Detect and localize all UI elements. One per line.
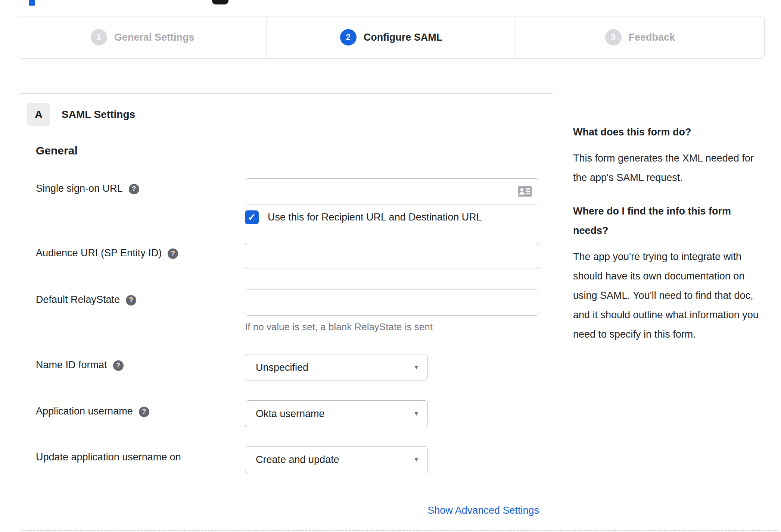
app-username-label: Application username ? — [36, 406, 149, 417]
recipient-url-checkbox-row: ✓ Use this for Recipient URL and Destina… — [245, 210, 482, 224]
select-value: Unspecified — [256, 362, 308, 373]
saml-settings-panel: A SAML Settings General Single sign-on U… — [18, 93, 553, 532]
relay-state-input-wrap — [245, 290, 539, 316]
step-configure-saml[interactable]: 2 Configure SAML — [267, 16, 515, 58]
panel-title: SAML Settings — [62, 103, 135, 126]
help-icon[interactable]: ? — [139, 407, 149, 417]
chevron-down-icon: ▼ — [413, 456, 419, 463]
name-id-format-select[interactable]: Unspecified ▼ — [245, 354, 428, 381]
field-label-text: Audience URI (SP Entity ID) — [36, 247, 162, 259]
wizard-stepper: 1 General Settings 2 Configure SAML 3 Fe… — [18, 16, 765, 59]
section-a-badge: A — [27, 103, 50, 126]
help-icon[interactable]: ? — [129, 184, 139, 194]
select-value: Okta username — [256, 408, 325, 420]
field-label-text: Application username — [36, 406, 133, 417]
step-number-badge: 1 — [91, 29, 107, 46]
general-section-heading: General — [36, 144, 78, 157]
step-number-badge: 3 — [605, 29, 622, 46]
recipient-url-checkbox-label: Use this for Recipient URL and Destinati… — [268, 212, 482, 223]
field-label-text: Single sign-on URL — [36, 183, 123, 194]
sidebar-body-what: This form generates the XML needed for t… — [573, 148, 766, 187]
field-label-text: Name ID format — [36, 359, 107, 371]
contact-card-icon[interactable] — [517, 185, 532, 199]
field-label-text: Default RelayState — [36, 294, 120, 306]
chevron-down-icon: ▼ — [413, 410, 419, 417]
audience-uri-label: Audience URI (SP Entity ID) ? — [36, 247, 178, 259]
select-value: Create and update — [256, 454, 339, 466]
field-label-text: Update application username on — [36, 451, 181, 463]
update-username-select[interactable]: Create and update ▼ — [245, 446, 428, 473]
recipient-url-checkbox[interactable]: ✓ — [245, 210, 259, 224]
show-advanced-settings-link[interactable]: Show Advanced Settings — [245, 505, 539, 516]
update-username-label: Update application username on — [36, 451, 181, 463]
sidebar-body-where: The app you're trying to integrate with … — [573, 247, 766, 344]
name-id-format-label: Name ID format ? — [36, 359, 124, 371]
chevron-down-icon: ▼ — [413, 364, 419, 371]
step-number-badge: 2 — [340, 29, 357, 46]
step-label: General Settings — [114, 32, 195, 43]
sso-url-input-wrap — [245, 178, 539, 204]
step-label: Configure SAML — [364, 32, 442, 43]
cutoff-blue-fragment — [29, 0, 35, 6]
step-label: Feedback — [629, 32, 675, 43]
section-dashed-divider — [23, 530, 777, 531]
sso-url-input[interactable] — [245, 178, 539, 204]
sidebar-heading-what: What does this form do? — [573, 122, 766, 142]
help-icon[interactable]: ? — [168, 248, 178, 259]
step-feedback[interactable]: 3 Feedback — [516, 16, 764, 58]
sso-url-label: Single sign-on URL ? — [36, 183, 139, 194]
audience-uri-input[interactable] — [245, 243, 539, 269]
audience-uri-input-wrap — [245, 243, 539, 269]
help-sidebar: What does this form do? This form genera… — [573, 122, 766, 358]
cutoff-black-fragment — [212, 0, 228, 4]
step-general-settings[interactable]: 1 General Settings — [18, 16, 267, 58]
relay-state-label: Default RelayState ? — [36, 294, 136, 306]
relay-state-input[interactable] — [245, 290, 539, 316]
help-icon[interactable]: ? — [113, 360, 124, 371]
sidebar-heading-where: Where do I find the info this form needs… — [573, 201, 766, 240]
relay-state-helper-text: If no value is set, a blank RelayState i… — [245, 321, 433, 333]
help-icon[interactable]: ? — [126, 295, 136, 306]
app-username-select[interactable]: Okta username ▼ — [245, 400, 428, 427]
